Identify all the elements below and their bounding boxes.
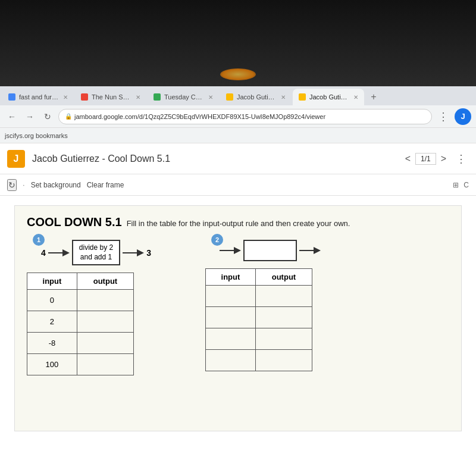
whiteboard: COOL DOWN 5.1 Fill in the table for the … bbox=[0, 196, 476, 476]
table-1: input output 0 2 bbox=[27, 273, 134, 375]
tab-5-icon bbox=[299, 93, 306, 101]
expand-icon[interactable]: C bbox=[464, 181, 469, 189]
tab-5[interactable]: Jacob Gutierrez - Cool Down 5 ✕ bbox=[293, 89, 364, 105]
table-row: 0 bbox=[27, 290, 134, 311]
table2-col-input: input bbox=[206, 269, 256, 286]
page-indicator: 1/1 bbox=[415, 153, 436, 165]
set-background-button[interactable]: Set background bbox=[31, 181, 81, 189]
bookmarks-bar: jscifys.org bookmarks bbox=[0, 128, 476, 143]
lock-icon: 🔒 bbox=[65, 113, 72, 120]
table-row bbox=[206, 350, 312, 371]
table2-col-output: output bbox=[255, 269, 312, 286]
t1r1-output bbox=[77, 290, 133, 311]
content-area: COOL DOWN 5.1 Fill in the table for the … bbox=[14, 205, 462, 431]
tab-bar: fast and furious movies ✕ The Nun Sca2da… bbox=[0, 86, 476, 105]
tab-5-close[interactable]: ✕ bbox=[353, 94, 358, 101]
machine-box-1: divide by 2 and add 1 bbox=[72, 240, 120, 265]
tab-2-close[interactable]: ✕ bbox=[136, 94, 140, 101]
present-icon: ⊞ bbox=[453, 181, 459, 189]
table-row bbox=[206, 307, 312, 328]
table-row bbox=[206, 286, 312, 307]
cd-title: COOL DOWN 5.1 bbox=[27, 215, 122, 229]
cd-header: COOL DOWN 5.1 Fill in the table for the … bbox=[27, 215, 449, 231]
new-tab-button[interactable]: + bbox=[365, 89, 382, 105]
t1r4-input: 100 bbox=[27, 354, 77, 375]
prev-frame-button[interactable]: < bbox=[405, 154, 411, 164]
t2r4-output bbox=[255, 350, 312, 371]
t2r1-output bbox=[255, 286, 312, 307]
t2r3-input bbox=[206, 328, 256, 350]
input-val-1: 4 bbox=[41, 248, 46, 258]
profile-avatar[interactable]: J bbox=[455, 108, 471, 125]
tab-2-label: The Nun Sca2day Full movie bbox=[92, 93, 132, 101]
toolbar-separator: · bbox=[23, 180, 25, 189]
table-2: input output bbox=[205, 268, 312, 371]
table-row: 100 bbox=[27, 354, 134, 375]
monitor-light bbox=[220, 68, 256, 80]
t2r1-input bbox=[206, 286, 256, 307]
t1r3-output bbox=[77, 333, 133, 354]
clear-frame-button[interactable]: Clear frame bbox=[87, 181, 124, 189]
t1r2-output bbox=[77, 311, 133, 333]
jamboard-nav: < 1/1 > bbox=[405, 153, 446, 165]
t2r4-input bbox=[206, 350, 256, 371]
t1r3-input: -8 bbox=[27, 333, 77, 354]
tab-1-icon bbox=[8, 93, 15, 101]
back-button[interactable]: ← bbox=[5, 109, 19, 124]
bookmarks-label: jscifys.org bookmarks bbox=[5, 132, 68, 139]
address-bar-row: ← → ↻ 🔒 jamboard.google.com/d/1Qzq2Z5C9b… bbox=[0, 105, 476, 128]
tab-2-icon bbox=[81, 93, 88, 101]
tab-1-close[interactable]: ✕ bbox=[63, 94, 68, 101]
tab-1-label: fast and furious movies bbox=[19, 93, 60, 101]
machine-text-1: divide by 2 bbox=[79, 243, 113, 253]
t1r4-output bbox=[77, 354, 133, 375]
jamboard-header: J Jacob Gutierrez - Cool Down 5.1 < 1/1 … bbox=[0, 143, 476, 174]
tab-4-close[interactable]: ✕ bbox=[281, 94, 286, 101]
table-row: -8 bbox=[27, 333, 134, 354]
section-1-circle: 1 bbox=[33, 234, 45, 246]
t1r1-input: 0 bbox=[27, 290, 77, 311]
output-val-1: 3 bbox=[146, 248, 151, 258]
tab-3-icon bbox=[154, 93, 161, 101]
forward-button[interactable]: → bbox=[23, 109, 37, 124]
table-row: 2 bbox=[27, 311, 134, 333]
reload-button[interactable]: ↻ bbox=[40, 109, 55, 124]
jamboard-title: Jacob Gutierrez - Cool Down 5.1 bbox=[32, 154, 398, 164]
address-text: jamboard.google.com/d/1Qzq2Z5C9bEqdVrWHE… bbox=[74, 113, 325, 120]
t2r3-output bbox=[255, 328, 312, 350]
two-cols: 1 4 divide by 2 and add 1 bbox=[27, 240, 449, 375]
tab-3-close[interactable]: ✕ bbox=[208, 94, 213, 101]
tab-5-label: Jacob Gutierrez - Cool Down 5 bbox=[309, 93, 350, 101]
arrow-out-2 bbox=[299, 244, 321, 257]
arrow-in-2 bbox=[220, 244, 241, 257]
section-1: 1 4 divide by 2 and add 1 bbox=[27, 240, 152, 375]
table1-col-input: input bbox=[27, 273, 77, 290]
table-row bbox=[206, 328, 312, 350]
jamboard-logo: J bbox=[7, 150, 25, 168]
t2r2-output bbox=[255, 307, 312, 328]
browser-window: fast and furious movies ✕ The Nun Sca2da… bbox=[0, 86, 476, 476]
tab-4[interactable]: Jacob Gutierrez - Cool Down 5 ✕ bbox=[220, 89, 292, 105]
address-box[interactable]: 🔒 jamboard.google.com/d/1Qzq2Z5C9bEqdVrW… bbox=[58, 109, 432, 124]
tab-4-label: Jacob Gutierrez - Cool Down 5 bbox=[237, 93, 277, 101]
machine-text-2: and add 1 bbox=[79, 253, 113, 262]
t1r2-input: 2 bbox=[27, 311, 77, 333]
section-2: 2 bbox=[205, 240, 330, 375]
arrow-out-1 bbox=[123, 246, 144, 259]
tab-3-label: Tuesday Cool Down 5.1 bbox=[164, 93, 205, 101]
tab-1[interactable]: fast and furious movies ✕ bbox=[2, 89, 74, 105]
monitor-bezel bbox=[0, 0, 476, 86]
menu-button[interactable]: ⋮ bbox=[436, 110, 451, 123]
tab-2[interactable]: The Nun Sca2day Full movie ✕ bbox=[75, 89, 146, 105]
section-2-circle: 2 bbox=[211, 234, 223, 246]
cd-instruction: Fill in the table for the input-output r… bbox=[127, 219, 350, 228]
tab-4-icon bbox=[226, 93, 233, 101]
tab-3[interactable]: Tuesday Cool Down 5.1 ✕ bbox=[148, 89, 219, 105]
next-frame-button[interactable]: > bbox=[441, 154, 446, 164]
toolbar: ↻ · Set background Clear frame ⊞ C bbox=[0, 174, 476, 196]
refresh-icon[interactable]: ↻ bbox=[7, 179, 17, 191]
jamboard-menu-button[interactable]: ⋮ bbox=[453, 152, 469, 165]
t2r2-input bbox=[206, 307, 256, 328]
arrow-in-1 bbox=[48, 246, 70, 259]
table1-col-output: output bbox=[77, 273, 133, 290]
